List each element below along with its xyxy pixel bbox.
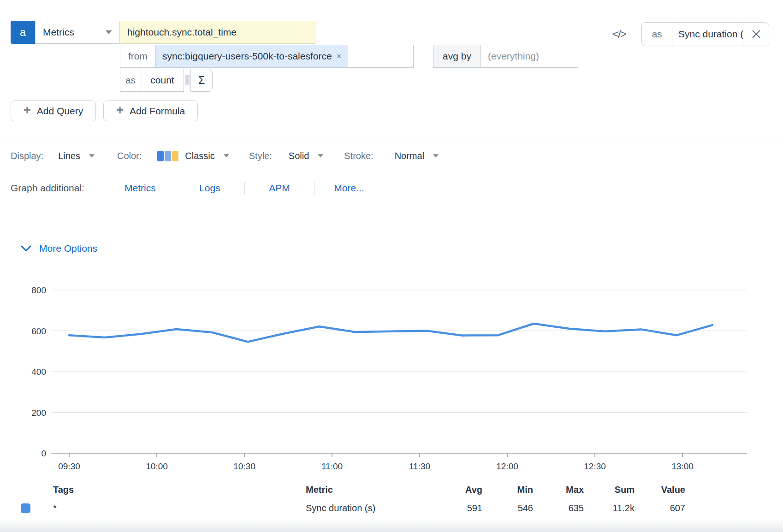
display-type-dropdown[interactable]: Lines <box>58 151 80 161</box>
svg-text:10:00: 10:00 <box>146 461 168 471</box>
code-editor-icon[interactable]: </> <box>612 28 626 41</box>
row-metric: Sync duration (s) <box>306 503 432 514</box>
svg-text:800: 800 <box>31 285 46 295</box>
from-label: from <box>120 45 156 68</box>
stroke-dropdown[interactable]: Normal <box>395 151 424 161</box>
remove-query-button[interactable] <box>743 23 769 46</box>
svg-text:10:30: 10:30 <box>233 461 255 471</box>
alias-value-text: Sync duration (s) <box>678 29 743 40</box>
svg-text:600: 600 <box>31 326 46 336</box>
section-divider <box>0 140 783 140</box>
series-color-swatch[interactable] <box>21 503 30 513</box>
sigma-function-button[interactable]: Σ <box>190 69 213 92</box>
plus-icon: + <box>116 104 124 117</box>
add-formula-button[interactable]: + Add Formula <box>103 100 198 121</box>
stroke-label: Stroke: <box>344 151 373 161</box>
data-source-label: Metrics <box>43 27 74 38</box>
graph-additional-label: Graph additional: <box>11 183 84 194</box>
plus-icon: + <box>24 104 31 117</box>
chevron-down-icon[interactable] <box>89 154 95 158</box>
query-letter-badge[interactable]: a <box>11 21 35 44</box>
metric-name-input[interactable]: hightouch.sync.total_time <box>119 21 315 44</box>
tags-column-header: Tags <box>53 485 306 495</box>
sync-line-chart: 020040060080009:3010:0010:3011:0011:3012… <box>0 258 783 477</box>
svg-text:400: 400 <box>31 367 46 377</box>
metric-column-header: Metric <box>306 485 432 495</box>
graph-additional-links: Metrics Logs APM More... <box>106 182 384 195</box>
avg-by-selector[interactable]: avg by <box>433 45 481 68</box>
row-min: 546 <box>482 503 533 514</box>
chevron-down-icon <box>21 245 31 252</box>
filter-row: from sync:bigquery-users-500k-to-salesfo… <box>120 45 578 68</box>
sigma-icon: Σ <box>198 74 205 87</box>
color-label: Color: <box>117 151 142 161</box>
data-source-select[interactable]: Metrics <box>35 21 120 44</box>
remove-tag-icon[interactable]: × <box>337 52 342 61</box>
query-actions: + Add Query + Add Formula <box>11 100 198 121</box>
sum-column-header: Sum <box>584 485 635 495</box>
more-options-toggle[interactable]: More Options <box>21 243 97 254</box>
swatch-yellow <box>172 151 178 161</box>
filter-input[interactable]: sync:bigquery-users-500k-to-salesforce × <box>155 45 414 68</box>
metric-name-value: hightouch.sync.total_time <box>127 27 237 38</box>
filter-tag-text: sync:bigquery-users-500k-to-salesforce <box>162 51 332 62</box>
style-label: Style: <box>249 151 272 161</box>
chevron-down-icon[interactable] <box>318 154 323 158</box>
chevron-down-icon[interactable] <box>433 154 439 158</box>
graph-additional-more-link[interactable]: More... <box>314 183 384 194</box>
more-options-label: More Options <box>39 243 97 254</box>
group-by-placeholder: (everything) <box>488 51 539 62</box>
row-tag: * <box>53 503 306 514</box>
add-query-button[interactable]: + Add Query <box>11 100 96 121</box>
group-by-input[interactable]: (everything) <box>480 45 578 68</box>
row-sum: 11.2k <box>584 503 635 514</box>
close-icon <box>751 29 762 40</box>
svg-text:12:30: 12:30 <box>584 461 606 471</box>
graph-additional-apm-link[interactable]: APM <box>245 183 314 194</box>
svg-text:09:30: 09:30 <box>58 461 80 471</box>
graph-additional-metrics-link[interactable]: Metrics <box>106 183 175 194</box>
row-max: 635 <box>533 503 584 514</box>
svg-text:11:00: 11:00 <box>321 461 343 471</box>
filter-tag[interactable]: sync:bigquery-users-500k-to-salesforce × <box>156 45 348 67</box>
query-row: a Metrics hightouch.sync.total_time <box>11 21 315 44</box>
chevron-down-icon <box>106 30 112 34</box>
color-palette-swatch[interactable] <box>157 151 178 161</box>
add-formula-label: Add Formula <box>130 106 185 117</box>
display-label: Display: <box>11 151 43 161</box>
summary-table-header: Tags Metric Avg Min Max Sum Value <box>0 480 783 499</box>
row-avg: 591 <box>432 503 482 514</box>
as-label: as <box>120 69 141 92</box>
alias-input[interactable]: Sync duration (s) <box>672 23 743 46</box>
value-column-header: Value <box>635 485 685 495</box>
svg-text:11:30: 11:30 <box>409 461 430 471</box>
avg-by-label: avg by <box>443 51 471 62</box>
display-options-row: Display: Lines Color: Classic Style: Sol… <box>11 146 439 166</box>
metric-query-editor-page: a Metrics hightouch.sync.total_time </> … <box>0 0 783 532</box>
swatch-light-blue <box>165 151 171 161</box>
chevron-down-icon[interactable] <box>224 154 229 158</box>
timeseries-chart: 020040060080009:3010:0010:3011:0011:3012… <box>0 258 783 477</box>
add-query-label: Add Query <box>37 106 83 117</box>
color-dropdown[interactable]: Classic <box>185 151 214 161</box>
aggregator-select[interactable]: count <box>141 69 184 92</box>
svg-text:200: 200 <box>31 408 46 418</box>
max-column-header: Max <box>533 485 584 495</box>
svg-text:13:00: 13:00 <box>671 461 694 471</box>
svg-text:0: 0 <box>41 449 46 458</box>
table-row[interactable]: * Sync duration (s) 591 546 635 11.2k 60… <box>0 499 783 517</box>
min-column-header: Min <box>482 485 533 495</box>
row-value: 607 <box>635 503 685 514</box>
bottom-fade <box>0 519 783 532</box>
swatch-blue <box>157 151 164 161</box>
graph-additional-logs-link[interactable]: Logs <box>175 183 244 194</box>
alias-group: as Sync duration (s) <box>641 22 769 46</box>
style-dropdown[interactable]: Solid <box>289 151 309 161</box>
avg-column-header: Avg <box>432 485 482 495</box>
query-row-right: </> as Sync duration (s) <box>612 22 769 46</box>
drag-handle[interactable] <box>185 75 190 85</box>
svg-text:12:00: 12:00 <box>496 461 518 471</box>
aggregator-value: count <box>150 75 174 86</box>
graph-additional-row: Graph additional: Metrics Logs APM More.… <box>11 179 384 197</box>
alias-as-label: as <box>642 23 672 46</box>
